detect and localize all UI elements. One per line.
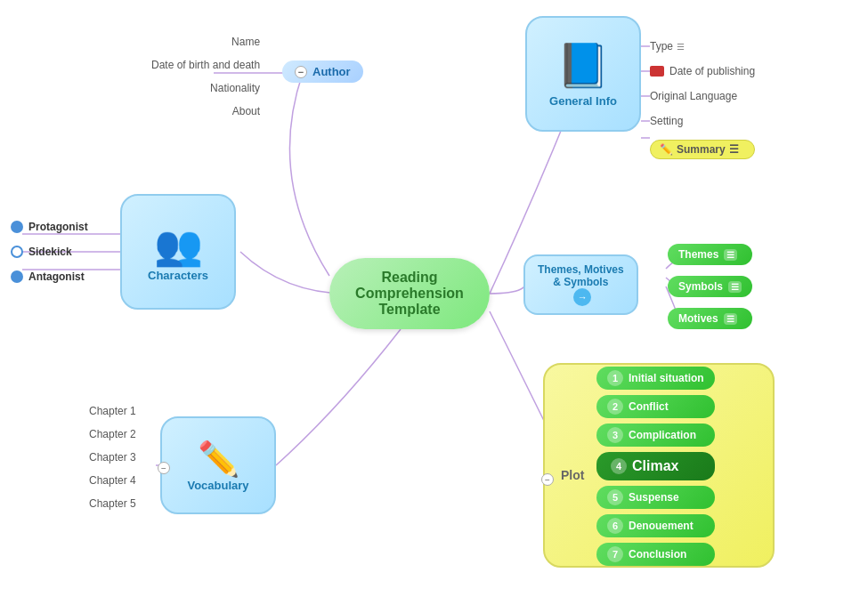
gi-setting-label: Setting: [650, 115, 683, 127]
gi-type-label: Type: [650, 40, 673, 52]
menu-icon-summary: ☰: [729, 143, 739, 156]
motives-menu-icon: ☰: [724, 313, 737, 325]
sidekick-item: Sidekick: [11, 246, 88, 258]
vocabulary-collapse-button[interactable]: −: [158, 462, 170, 474]
chapter-3-item: Chapter 3: [89, 451, 136, 464]
theme-items: Themes ☰ Symbols ☰ Motives ☰: [668, 244, 752, 329]
plot-label-5: Suspense: [629, 491, 679, 504]
themes-menu-icon: ☰: [724, 249, 737, 261]
people-icon: 👥: [154, 222, 203, 269]
author-field-birth: Date of birth and death: [151, 59, 260, 71]
gi-language-prop: Original Language: [650, 90, 755, 102]
general-info-label: General Info: [549, 94, 617, 108]
sidekick-dot: [11, 246, 23, 258]
author-collapse-button[interactable]: −: [295, 66, 307, 78]
gi-type-prop: Type ☰: [650, 40, 755, 52]
chapter-4-item: Chapter 4: [89, 474, 136, 487]
author-label: Author: [312, 65, 351, 78]
plot-num-4: 4: [611, 458, 627, 474]
symbols-item-label: Symbols: [678, 280, 723, 293]
summary-label: Summary: [677, 143, 726, 156]
vocabulary-node[interactable]: ✏️ Vocabulary: [160, 416, 276, 514]
themes-label: Themes, Motives& Symbols: [538, 263, 624, 288]
summary-badge[interactable]: ✏️ Summary ☰: [650, 140, 755, 159]
motives-item[interactable]: Motives ☰: [668, 308, 752, 329]
plot-item-7[interactable]: 7 Conclusion: [596, 543, 715, 566]
author-field-about: About: [151, 105, 260, 117]
plot-num-6: 6: [607, 518, 623, 534]
characters-label: Characters: [148, 269, 208, 282]
symbols-item[interactable]: Symbols ☰: [668, 276, 752, 297]
vocabulary-label: Vocabulary: [187, 479, 248, 492]
plot-label-2: Conflict: [629, 400, 669, 413]
plot-item-1[interactable]: 1 Initial situation: [596, 367, 715, 390]
center-node[interactable]: Reading Comprehension Template: [329, 258, 490, 329]
plot-num-3: 3: [607, 427, 623, 443]
author-node[interactable]: − Author: [282, 61, 363, 83]
gi-language-label: Original Language: [650, 90, 737, 102]
characters-node[interactable]: 👥 Characters: [120, 194, 236, 310]
antagonist-dot: [11, 270, 23, 283]
themes-arrow-icon[interactable]: →: [573, 288, 591, 306]
plot-num-5: 5: [607, 489, 623, 505]
gi-setting-prop: Setting: [650, 115, 755, 127]
sidekick-label: Sidekick: [28, 246, 72, 258]
antagonist-label: Antagonist: [28, 270, 85, 283]
plot-label-7: Conclusion: [629, 548, 686, 561]
general-info-node[interactable]: 📘 General Info: [525, 16, 641, 132]
plot-collapse-button[interactable]: −: [541, 473, 554, 486]
plot-num-2: 2: [607, 399, 623, 415]
plot-item-2[interactable]: 2 Conflict: [596, 395, 715, 418]
plot-item-3[interactable]: 3 Complication: [596, 424, 715, 447]
pencil-icon: ✏️: [660, 143, 673, 156]
plot-label: Plot: [561, 468, 584, 482]
character-types: Protagonist Sidekick Antagonist: [11, 221, 88, 283]
chapter-5-item: Chapter 5: [89, 497, 136, 510]
chapter-2-item: Chapter 2: [89, 428, 136, 440]
motives-item-label: Motives: [678, 312, 718, 325]
protagonist-label: Protagonist: [28, 221, 88, 233]
protagonist-item: Protagonist: [11, 221, 88, 233]
plot-items: 1 Initial situation 2 Conflict 3 Complic…: [596, 367, 715, 566]
pencil-vocab-icon: ✏️: [198, 440, 239, 479]
plot-num-1: 1: [607, 370, 623, 386]
general-info-properties: Type ☰ Date of publishing Original Langu…: [650, 40, 755, 159]
center-label: Reading Comprehension Template: [338, 270, 481, 318]
themes-item[interactable]: Themes ☰: [668, 244, 752, 265]
gi-date-prop: Date of publishing: [650, 65, 755, 77]
themes-item-label: Themes: [678, 248, 718, 261]
plot-label-6: Denouement: [629, 520, 694, 532]
plot-num-7: 7: [607, 546, 623, 562]
plot-label-4: Climax: [632, 458, 678, 474]
menu-icon-type: ☰: [677, 42, 685, 52]
protagonist-dot: [11, 221, 23, 233]
book-icon: 📘: [556, 41, 610, 91]
symbols-menu-icon: ☰: [728, 281, 742, 293]
antagonist-item: Antagonist: [11, 270, 88, 283]
plot-item-4[interactable]: 4 Climax: [596, 452, 715, 480]
plot-label-3: Complication: [629, 429, 696, 441]
plot-label-1: Initial situation: [629, 372, 704, 384]
author-field-name: Name: [151, 36, 260, 48]
plot-item-5[interactable]: 5 Suspense: [596, 486, 715, 509]
author-fields: Name Date of birth and death Nationality…: [151, 36, 260, 117]
gi-date-label: Date of publishing: [669, 65, 755, 77]
calendar-icon: [650, 66, 664, 77]
chapter-list: Chapter 1 Chapter 2 Chapter 3 Chapter 4 …: [89, 405, 136, 510]
plot-item-6[interactable]: 6 Denouement: [596, 514, 715, 537]
themes-node[interactable]: Themes, Motives& Symbols →: [523, 254, 638, 315]
chapter-1-item: Chapter 1: [89, 405, 136, 417]
author-field-nationality: Nationality: [151, 82, 260, 94]
